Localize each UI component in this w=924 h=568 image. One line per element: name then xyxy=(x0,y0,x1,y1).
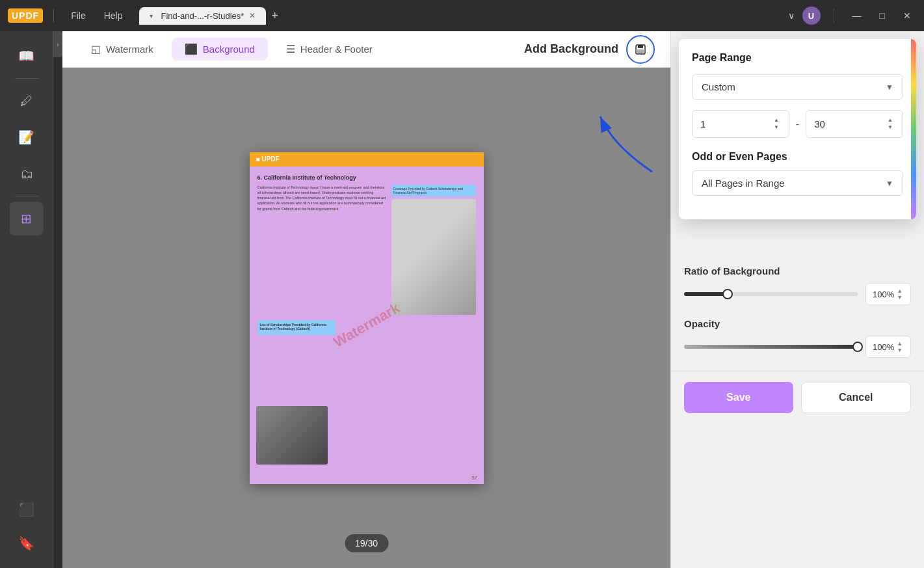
pdf-body: 6. California Institute of Technology Ca… xyxy=(250,167,484,484)
sidebar-bottom: ⬛ 🔖 xyxy=(10,493,44,560)
range-end-input[interactable]: 30 ▲ ▼ xyxy=(806,110,903,138)
sidebar-item-edit[interactable]: 🖊 xyxy=(10,84,44,118)
titlebar-divider xyxy=(53,9,54,22)
range-start-stepper[interactable]: ▲ ▼ xyxy=(772,117,781,131)
page-range-select[interactable]: Custom ▼ xyxy=(692,74,903,100)
range-end-down[interactable]: ▼ xyxy=(886,124,895,131)
pdf-image-col: Coverage Provided by Caltech Scholarship… xyxy=(391,185,476,315)
opacity-value: 100% xyxy=(873,342,894,352)
watermark-tab-icon: ◱ xyxy=(91,43,101,55)
ratio-down-icon[interactable]: ▼ xyxy=(897,294,903,301)
sidebar-item-annotate[interactable]: 📝 xyxy=(10,120,44,154)
range-start-down[interactable]: ▼ xyxy=(772,124,781,131)
close-button[interactable]: ✕ xyxy=(898,8,916,23)
range-end-value: 30 xyxy=(814,118,825,129)
opacity-value-stepper[interactable]: ▲ ▼ xyxy=(897,340,903,353)
ratio-section: Ratio of Background 100% ▲ ▼ xyxy=(684,265,911,305)
range-end-up[interactable]: ▲ xyxy=(886,117,895,124)
save-template-button[interactable] xyxy=(626,35,655,64)
background-tab-label: Background xyxy=(203,44,255,55)
top-toolbar: ◱ Watermark ⬛ Background ☰ Header & Foot… xyxy=(62,31,670,68)
opacity-down-icon[interactable]: ▼ xyxy=(897,347,903,353)
ratio-slider-thumb[interactable] xyxy=(722,289,733,299)
header-footer-tab-label: Header & Footer xyxy=(300,44,373,55)
ratio-up-icon[interactable]: ▲ xyxy=(897,288,903,294)
new-tab-button[interactable]: + xyxy=(271,9,278,23)
sidebar-item-background[interactable]: ⊞ xyxy=(10,202,44,236)
tab-close-icon[interactable]: ✕ xyxy=(249,11,256,20)
opacity-slider-thumb[interactable] xyxy=(852,342,863,352)
opacity-value-box[interactable]: 100% ▲ ▼ xyxy=(865,336,911,358)
opacity-slider-row: 100% ▲ ▼ xyxy=(684,336,911,358)
ratio-title: Ratio of Background xyxy=(684,265,911,277)
pdf-header: ■ UPDF xyxy=(250,152,484,167)
page-range-value: Custom xyxy=(702,81,735,92)
pdf-text: California Institute of Technology doesn… xyxy=(257,185,386,315)
layers-icon: ⬛ xyxy=(18,502,34,517)
pdf-list-title: List of Scholarships Provided by Califor… xyxy=(260,323,333,331)
watermark-tab-label: Watermark xyxy=(106,44,153,55)
sidebar-item-bookmark[interactable]: 🔖 xyxy=(10,526,44,560)
help-menu[interactable]: Help xyxy=(98,8,129,23)
arrow-annotation xyxy=(587,107,665,185)
sidebar-item-reader[interactable]: 📖 xyxy=(10,39,44,73)
range-separator: - xyxy=(796,118,799,130)
minimize-button[interactable]: — xyxy=(847,8,867,23)
opacity-up-icon[interactable]: ▲ xyxy=(897,340,903,347)
range-start-up[interactable]: ▲ xyxy=(772,117,781,124)
svg-rect-1 xyxy=(638,45,643,48)
avatar[interactable]: U xyxy=(802,7,821,25)
header-footer-tab-icon: ☰ xyxy=(286,43,295,55)
range-end-stepper[interactable]: ▲ ▼ xyxy=(886,117,895,131)
opacity-title: Opacity xyxy=(684,318,911,329)
file-menu[interactable]: File xyxy=(64,8,92,23)
panel-footer: Save Cancel xyxy=(671,371,924,424)
content-wrapper: › ◱ Watermark ⬛ Background ☰ Header & Fo… xyxy=(53,31,924,568)
more-tabs-icon[interactable]: ∨ xyxy=(788,10,795,21)
tab-background[interactable]: ⬛ Background xyxy=(172,38,268,61)
svg-rect-2 xyxy=(637,49,644,53)
pdf-viewer: ■ UPDF 6. California Institute of Techno… xyxy=(62,68,670,568)
tab-header-footer[interactable]: ☰ Header & Footer xyxy=(273,38,386,61)
pdf-img-caption: Coverage Provided by Caltech Scholarship… xyxy=(391,185,476,196)
opacity-slider-track[interactable] xyxy=(684,345,858,349)
pdf-page: ■ UPDF 6. California Institute of Techno… xyxy=(250,152,484,484)
save-button[interactable]: Save xyxy=(684,382,793,413)
sidebar-divider-2 xyxy=(15,196,38,196)
sidebar-item-organize[interactable]: 🗂 xyxy=(10,157,44,191)
sidebar-item-layers[interactable]: ⬛ xyxy=(10,493,44,526)
add-background-section: Add Background xyxy=(524,35,655,64)
opacity-section: Opacity 100% ▲ ▼ xyxy=(684,318,911,358)
tab-watermark[interactable]: ◱ Watermark xyxy=(78,38,166,61)
ratio-value-stepper[interactable]: ▲ ▼ xyxy=(897,288,903,301)
tab-dropdown-icon[interactable]: ▾ xyxy=(150,12,153,20)
content-area: ◱ Watermark ⬛ Background ☰ Header & Foot… xyxy=(62,31,670,568)
pdf-title: 6. California Institute of Technology xyxy=(257,174,476,181)
ratio-slider-row: 100% ▲ ▼ xyxy=(684,283,911,305)
cancel-button[interactable]: Cancel xyxy=(801,382,912,413)
ratio-slider-track[interactable] xyxy=(684,292,858,296)
odd-even-value: All Pages in Range xyxy=(702,178,785,189)
pdf-bottom: List of Scholarships Provided by Califor… xyxy=(257,320,476,335)
opacity-slider-fill xyxy=(684,345,858,349)
color-strip xyxy=(911,39,916,219)
right-panel: Page Range Custom ▼ 1 ▲ ▼ - 30 xyxy=(670,31,924,568)
ratio-value-box[interactable]: 100% ▲ ▼ xyxy=(865,283,911,305)
annotate-icon: 📝 xyxy=(18,129,34,145)
titlebar-right: ∨ U — □ ✕ xyxy=(788,7,916,25)
sidebar-edge-button[interactable]: › xyxy=(53,31,62,57)
page-range-inputs: 1 ▲ ▼ - 30 ▲ ▼ xyxy=(692,110,903,138)
save-icon xyxy=(634,43,647,56)
tab-label: Find-and-...-r-Studies* xyxy=(161,11,244,21)
page-range-arrow-icon: ▼ xyxy=(886,83,893,92)
titlebar: UPDF File Help ▾ Find-and-...-r-Studies*… xyxy=(0,0,924,31)
tab-area: ▾ Find-and-...-r-Studies* ✕ + xyxy=(139,7,782,25)
page-indicator: 19/30 xyxy=(345,534,388,552)
edit-icon: 🖊 xyxy=(20,94,33,109)
maximize-button[interactable]: □ xyxy=(875,8,890,23)
range-start-input[interactable]: 1 ▲ ▼ xyxy=(692,110,789,138)
background-tab-icon: ⬛ xyxy=(185,43,198,55)
active-tab[interactable]: ▾ Find-and-...-r-Studies* ✕ xyxy=(139,7,266,25)
odd-even-select[interactable]: All Pages in Range ▼ xyxy=(692,170,903,196)
app-logo: UPDF xyxy=(8,8,43,23)
